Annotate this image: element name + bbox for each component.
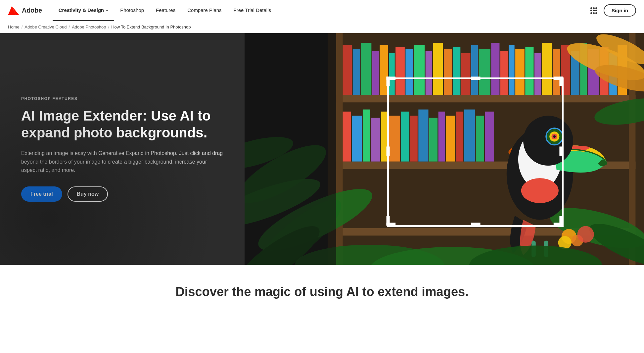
svg-rect-27 <box>509 45 515 95</box>
breadcrumb: Home / Adobe Creative Cloud / Adobe Phot… <box>0 21 644 33</box>
hero-right-panel <box>245 33 644 265</box>
svg-point-89 <box>553 135 556 138</box>
svg-rect-104 <box>387 216 390 225</box>
svg-rect-109 <box>560 146 563 156</box>
svg-rect-51 <box>446 116 455 161</box>
nav-link-creativity-design[interactable]: Creativity & Design ⌄ <box>53 0 115 21</box>
hero-scene <box>245 33 644 265</box>
svg-rect-96 <box>245 33 336 265</box>
nav-link-compare-plans[interactable]: Compare Plans <box>181 0 227 21</box>
svg-rect-102 <box>387 76 390 86</box>
breadcrumb-separator-1: / <box>22 25 23 29</box>
svg-rect-10 <box>353 49 360 95</box>
breadcrumb-home[interactable]: Home <box>8 25 20 29</box>
discover-section: Discover the magic of using AI to extend… <box>0 265 644 312</box>
svg-point-71 <box>577 226 594 243</box>
svg-rect-53 <box>464 110 475 162</box>
adobe-logo-icon <box>8 6 19 15</box>
hero-buttons: Free trial Buy now <box>21 186 223 202</box>
svg-rect-25 <box>491 43 500 95</box>
adobe-logo-link[interactable]: Adobe <box>8 6 42 15</box>
svg-rect-42 <box>363 110 370 162</box>
svg-rect-21 <box>453 47 461 95</box>
apps-grid-button[interactable] <box>589 6 598 15</box>
svg-rect-4 <box>336 95 636 103</box>
svg-rect-49 <box>429 118 437 162</box>
hero-tag: PHOTOSHOP FEATURES <box>21 96 223 101</box>
svg-rect-105 <box>560 216 563 225</box>
svg-rect-9 <box>343 45 352 95</box>
svg-rect-13 <box>380 45 388 95</box>
buy-now-button[interactable]: Buy now <box>68 186 108 202</box>
svg-rect-30 <box>534 53 541 95</box>
svg-rect-45 <box>389 116 400 161</box>
nav-link-features[interactable]: Features <box>150 0 181 21</box>
adobe-brand-name: Adobe <box>22 7 42 14</box>
nav-photoshop-label: Photoshop <box>120 7 144 13</box>
svg-rect-20 <box>444 49 452 95</box>
svg-point-85 <box>524 116 574 166</box>
nav-links: Creativity & Design ⌄ Photoshop Features… <box>53 0 589 21</box>
hero-image <box>245 33 644 265</box>
breadcrumb-separator-3: / <box>108 25 110 29</box>
svg-rect-26 <box>500 51 508 95</box>
svg-rect-41 <box>352 116 362 161</box>
svg-rect-108 <box>387 146 390 156</box>
svg-rect-28 <box>516 49 525 95</box>
svg-rect-50 <box>438 112 445 162</box>
svg-rect-15 <box>396 47 405 95</box>
svg-rect-14 <box>389 53 395 95</box>
hero-description: Extending an image is easy with Generati… <box>21 149 223 175</box>
svg-rect-107 <box>471 223 481 226</box>
svg-rect-19 <box>433 43 443 95</box>
svg-rect-7 <box>336 33 343 265</box>
svg-rect-40 <box>343 112 351 162</box>
chevron-down-icon: ⌄ <box>105 8 108 12</box>
svg-rect-55 <box>485 112 494 162</box>
svg-rect-23 <box>471 45 478 95</box>
svg-rect-106 <box>471 76 481 80</box>
svg-rect-103 <box>560 76 563 86</box>
svg-rect-22 <box>461 53 471 95</box>
nav-creativity-design-label: Creativity & Design <box>59 7 104 13</box>
svg-rect-18 <box>426 51 432 95</box>
svg-rect-11 <box>361 43 371 95</box>
svg-rect-43 <box>371 118 381 162</box>
svg-rect-12 <box>372 51 379 95</box>
hero-section: PHOTOSHOP FEATURES AI Image Extender: Us… <box>0 33 644 265</box>
svg-rect-16 <box>406 49 413 95</box>
nav-right: Sign in <box>589 4 636 17</box>
nav-features-label: Features <box>156 7 175 13</box>
breadcrumb-current-page: How To Extend Background In Photoshop <box>111 25 191 29</box>
svg-rect-29 <box>526 47 534 95</box>
hero-title: AI Image Extender: Use AI to expand phot… <box>21 108 223 141</box>
svg-rect-24 <box>479 49 490 95</box>
breadcrumb-adobe-creative-cloud[interactable]: Adobe Creative Cloud <box>24 25 67 29</box>
nav-free-trial-details-label: Free Trial Details <box>234 7 271 13</box>
hero-left-panel: PHOTOSHOP FEATURES AI Image Extender: Us… <box>0 33 245 265</box>
sign-in-button[interactable]: Sign in <box>604 4 636 17</box>
discover-title: Discover the magic of using AI to extend… <box>8 285 636 299</box>
free-trial-button[interactable]: Free trial <box>21 186 62 202</box>
svg-rect-54 <box>476 116 484 161</box>
grid-icon <box>590 7 597 14</box>
svg-rect-31 <box>542 43 552 95</box>
breadcrumb-adobe-photoshop[interactable]: Adobe Photoshop <box>72 25 106 29</box>
navbar: Adobe Creativity & Design ⌄ Photoshop Fe… <box>0 0 644 21</box>
breadcrumb-separator-2: / <box>69 25 70 29</box>
svg-rect-47 <box>410 116 418 161</box>
svg-rect-48 <box>419 110 429 162</box>
svg-rect-52 <box>456 112 464 162</box>
nav-link-photoshop[interactable]: Photoshop <box>114 0 150 21</box>
svg-point-84 <box>521 178 559 203</box>
svg-rect-17 <box>414 45 425 95</box>
nav-compare-plans-label: Compare Plans <box>187 7 221 13</box>
svg-rect-32 <box>553 49 561 95</box>
svg-rect-46 <box>401 112 409 162</box>
nav-link-free-trial-details[interactable]: Free Trial Details <box>228 0 277 21</box>
